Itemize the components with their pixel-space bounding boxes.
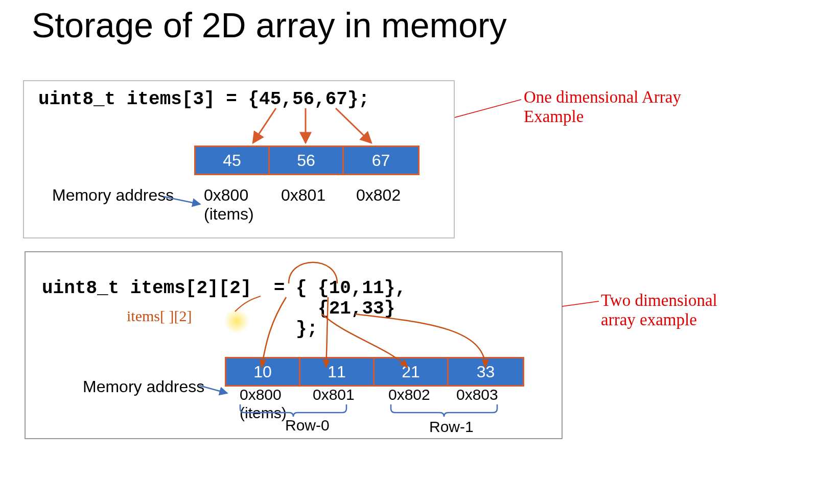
cell-11: 11 [300,358,375,385]
addr-0x803-2d: 0x803 [456,386,498,403]
cell-45: 45 [196,147,270,174]
cell-67: 67 [344,147,418,174]
callout-2d: Two dimensional array example [601,291,717,330]
cell-56: 56 [270,147,344,174]
panel-2d-array: uint8_t items[2][2] = { {10,11}, {21,33}… [25,251,563,439]
mem-addr-label-1d: Memory address [52,186,174,205]
callout-1d: One dimensional Array Example [524,88,681,127]
laser-highlight [224,308,249,334]
addr-0x801-2d: 0x801 [313,386,355,403]
slide-title: Storage of 2D array in memory [32,5,507,45]
cell-10: 10 [226,358,300,385]
mem-addr-label-2d: Memory address [83,377,204,396]
cell-33: 33 [449,358,523,385]
code-1d: uint8_t items[3] = {45,56,67}; [38,89,369,110]
addr-0x802-2d: 0x802 [388,386,430,403]
addr-0x800-1d: 0x800 [204,186,248,205]
handwritten-note: items[ ][2] [127,307,192,325]
svg-line-4 [455,100,521,117]
items-label-2d: (items) [240,404,287,422]
items-label-1d: (items) [204,205,254,224]
cells-1d: 45 56 67 [194,146,419,175]
row0-label: Row-0 [285,417,330,434]
row1-label: Row-1 [429,418,474,436]
addr-0x800-2d: 0x800 [240,386,282,403]
code-2d-l2: {21,33} [42,298,395,319]
addr-0x801-1d: 0x801 [281,186,325,205]
svg-line-5 [562,301,599,306]
addr-0x802-1d: 0x802 [356,186,401,205]
panel-1d-array: uint8_t items[3] = {45,56,67}; 45 56 67 … [23,80,455,238]
cells-2d: 10 11 21 33 [225,357,524,387]
cell-21: 21 [375,358,449,385]
code-2d-l1: uint8_t items[2][2] = { {10,11}, [42,278,406,299]
